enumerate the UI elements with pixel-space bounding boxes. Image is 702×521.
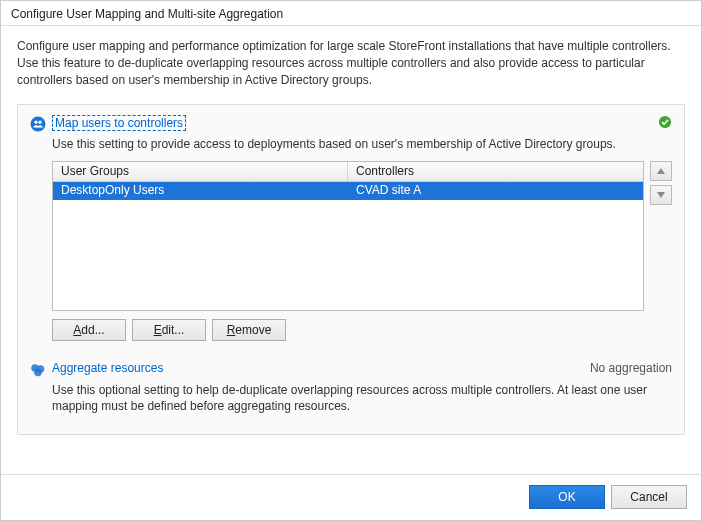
chevron-up-icon <box>657 168 665 174</box>
chevron-down-icon <box>657 192 665 198</box>
status-configured <box>658 115 672 132</box>
cell-user-group: DesktopOnly Users <box>53 182 348 200</box>
col-controllers[interactable]: Controllers <box>348 162 643 181</box>
aggregate-desc: Use this optional setting to help de-dup… <box>52 382 672 414</box>
aggregate-section: No aggregation Aggregate resources Use t… <box>30 361 672 414</box>
add-button[interactable]: Add... <box>52 319 126 341</box>
svg-point-1 <box>31 117 46 132</box>
users-icon <box>30 116 46 132</box>
cancel-button[interactable]: Cancel <box>611 485 687 509</box>
map-users-link[interactable]: Map users to controllers <box>52 115 186 131</box>
ok-button[interactable]: OK <box>529 485 605 509</box>
cell-controller: CVAD site A <box>348 182 643 200</box>
map-users-desc: Use this setting to provide access to de… <box>52 136 672 152</box>
move-up-button[interactable] <box>650 161 672 181</box>
svg-point-0 <box>659 116 671 128</box>
svg-point-3 <box>38 121 41 124</box>
map-users-section: Map users to controllers Use this settin… <box>30 115 672 340</box>
checkmark-icon <box>658 115 672 129</box>
remove-button[interactable]: Remove <box>212 319 286 341</box>
dialog-footer: OK Cancel <box>1 474 701 519</box>
table-header: User Groups Controllers <box>53 162 643 182</box>
col-user-groups[interactable]: User Groups <box>53 162 348 181</box>
svg-point-6 <box>34 368 42 376</box>
intro-text: Configure user mapping and performance o… <box>17 38 685 88</box>
mapping-table[interactable]: User Groups Controllers DesktopOnly User… <box>52 161 644 311</box>
settings-panel: Map users to controllers Use this settin… <box>17 104 685 435</box>
svg-point-2 <box>34 121 37 124</box>
window-title: Configure User Mapping and Multi-site Ag… <box>1 1 701 26</box>
move-down-button[interactable] <box>650 185 672 205</box>
aggregation-status: No aggregation <box>590 361 672 375</box>
table-row[interactable]: DesktopOnly Users CVAD site A <box>53 182 643 200</box>
edit-button[interactable]: Edit... <box>132 319 206 341</box>
aggregate-icon <box>30 362 46 378</box>
aggregate-link[interactable]: Aggregate resources <box>52 361 163 375</box>
